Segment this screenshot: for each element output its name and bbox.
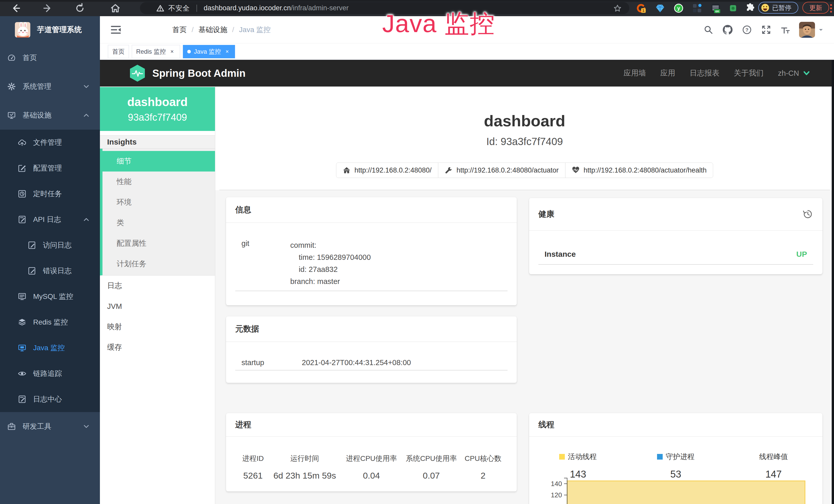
- chrome-update-button[interactable]: 更新: [803, 2, 829, 14]
- extension-colorzilla-icon[interactable]: 1: [636, 3, 646, 13]
- close-icon[interactable]: ×: [223, 48, 231, 55]
- security-label[interactable]: 不安全: [168, 4, 190, 13]
- hamburger-icon[interactable]: [110, 24, 121, 35]
- instance-url-text: http://192.168.0.2:48080/actuator: [456, 166, 559, 174]
- sba-nav-about[interactable]: 关于我们: [734, 68, 764, 78]
- val-sys-cpu: 0.07: [404, 469, 459, 482]
- sba-nav-journal[interactable]: 日志报表: [690, 68, 720, 78]
- tab-home[interactable]: 首页: [108, 45, 129, 58]
- card-metadata-title: 元数据: [235, 323, 259, 334]
- breadcrumb-home[interactable]: 首页: [172, 25, 187, 35]
- sba-logo-icon[interactable]: [128, 64, 147, 83]
- sidebar-item-system[interactable]: 系统管理: [0, 72, 100, 101]
- svg-text:?: ?: [745, 27, 748, 32]
- bookmark-star-icon[interactable]: [613, 4, 621, 12]
- instance-url-home-button[interactable]: http://192.168.0.2:48080/: [336, 162, 438, 178]
- sidebar-item-config-manage[interactable]: 配置管理: [0, 155, 100, 181]
- sidebar-item-label: Redis 监控: [33, 317, 68, 327]
- github-icon[interactable]: [723, 25, 732, 35]
- tab-label: Java 监控: [194, 47, 221, 56]
- brand-row[interactable]: 芋道管理系统: [0, 16, 100, 43]
- sba-nav-applications[interactable]: 应用: [660, 68, 675, 78]
- sidebar-item-home[interactable]: 首页: [0, 43, 100, 72]
- history-icon[interactable]: [803, 209, 813, 220]
- legend-label: 守护进程: [666, 452, 695, 462]
- sidebar-item-infra[interactable]: 基础设施: [0, 101, 100, 130]
- card-health-title: 健康: [539, 209, 554, 220]
- url-path[interactable]: /infra/admin-server: [291, 4, 349, 12]
- extensions-puzzle-icon[interactable]: [745, 3, 755, 13]
- sidebar-item-error-log[interactable]: 错误日志: [0, 258, 100, 284]
- sba-menu-config-props[interactable]: 配置属性: [103, 233, 215, 254]
- sidebar-item-tracing[interactable]: 链路追踪: [0, 361, 100, 386]
- extension-green-icon[interactable]: [729, 3, 737, 13]
- sba-brand-title[interactable]: Spring Boot Admin: [152, 68, 245, 79]
- tags-view-bar: 首页 Redis 监控× Java 监控×: [100, 43, 834, 60]
- sidebar-item-access-log[interactable]: 访问日志: [0, 232, 100, 258]
- sba-menu-metrics[interactable]: 性能: [103, 171, 215, 192]
- sba-locale-select[interactable]: zh-CN: [778, 69, 810, 77]
- heart-pulse-icon: [572, 166, 579, 174]
- threads-area-chart: 140 120 100: [535, 476, 816, 504]
- sba-menu-scheduled-tasks[interactable]: 计划任务: [103, 254, 215, 274]
- browser-home-icon[interactable]: [110, 3, 121, 14]
- gear-icon: [7, 83, 16, 91]
- extension-squares-icon[interactable]: [692, 3, 702, 13]
- threads-legend: 活动线程 143 守护进程 53 线程峰值 147: [529, 452, 822, 480]
- sidebar-item-mysql-monitor[interactable]: MySQL 监控: [0, 284, 100, 310]
- tab-redis-monitor[interactable]: Redis 监控×: [132, 45, 180, 58]
- instance-title: dashboard: [215, 112, 834, 130]
- sidebar-item-file-manage[interactable]: 文件管理: [0, 130, 100, 155]
- close-icon[interactable]: ×: [169, 48, 176, 55]
- sba-menu-caches[interactable]: 缓存: [100, 337, 215, 358]
- user-avatar[interactable]: [799, 22, 815, 38]
- wrench-icon: [445, 166, 452, 174]
- extension-y-icon[interactable]: y: [674, 3, 684, 13]
- sba-menu-mappings[interactable]: 映射: [100, 317, 215, 337]
- url-host[interactable]: dashboard.yudao.iocoder.cn: [204, 4, 291, 12]
- sba-menu-details[interactable]: 细节: [100, 151, 215, 171]
- sba-instance-name: dashboard: [127, 95, 188, 109]
- instance-url-actuator-button[interactable]: http://192.168.0.2:48080/actuator: [438, 162, 565, 178]
- sidebar-item-api-log[interactable]: API 日志: [0, 207, 100, 232]
- card-health: 健康 Instance UP: [529, 198, 822, 274]
- health-row[interactable]: Instance UP: [539, 231, 813, 265]
- sidebar-item-dev-tools[interactable]: 研发工具: [0, 412, 100, 441]
- sba-menu-environment[interactable]: 环境: [103, 192, 215, 212]
- fullscreen-icon[interactable]: [761, 25, 771, 35]
- sidebar-item-scheduled-jobs[interactable]: 定时任务: [0, 181, 100, 207]
- sidebar-item-java-monitor[interactable]: Java 监控: [0, 335, 100, 361]
- browser-reload-icon[interactable]: [74, 3, 85, 14]
- legend-swatch-yellow: [559, 454, 565, 460]
- browser-forward-icon[interactable]: [42, 3, 53, 14]
- sba-menu-jvm[interactable]: JVM: [100, 296, 215, 317]
- extension-gem-icon[interactable]: [655, 3, 665, 13]
- status-badge: UP: [796, 250, 807, 258]
- sba-menu-logs[interactable]: 日志: [100, 275, 215, 296]
- browser-menu-icon[interactable]: [830, 4, 832, 13]
- col-uptime: 运行时间: [271, 448, 339, 469]
- instance-url-health-button[interactable]: http://192.168.0.2:48080/actuator/health: [565, 162, 713, 178]
- browser-back-icon[interactable]: [10, 3, 21, 14]
- window-scrollbar-edge[interactable]: [832, 60, 834, 504]
- font-size-icon[interactable]: [781, 25, 790, 35]
- sba-menu-classes[interactable]: 类: [103, 212, 215, 233]
- search-icon[interactable]: [704, 25, 713, 35]
- breadcrumb-separator: /: [232, 26, 234, 34]
- info-row-value: commit: time: 1596289704000 id: 27aa832 …: [284, 223, 507, 291]
- main-column: 首页 / 基础设施 / Java 监控 ? 首页 Redis 监控× J: [100, 16, 834, 504]
- extension-list-on-icon[interactable]: on: [710, 3, 721, 13]
- breadcrumb-separator: /: [192, 26, 194, 34]
- sidebar-item-label: 定时任务: [33, 189, 62, 199]
- sidebar-item-label: API 日志: [33, 215, 61, 224]
- help-icon[interactable]: ?: [742, 25, 752, 35]
- table-row: startup 2021-04-27T00:44:31.254+08:00: [235, 342, 507, 370]
- sidebar-item-redis-monitor[interactable]: Redis 监控: [0, 310, 100, 335]
- tab-java-monitor[interactable]: Java 监控×: [183, 45, 235, 58]
- profile-chip[interactable]: 已暂停: [758, 2, 798, 14]
- caret-down-icon[interactable]: [818, 27, 824, 32]
- sba-instance-block[interactable]: dashboard 93a3fc7f7409: [100, 87, 215, 131]
- breadcrumb-infra[interactable]: 基础设施: [199, 25, 227, 35]
- sidebar-item-log-center[interactable]: 日志中心: [0, 386, 100, 412]
- sba-nav-wallboard[interactable]: 应用墙: [623, 68, 646, 78]
